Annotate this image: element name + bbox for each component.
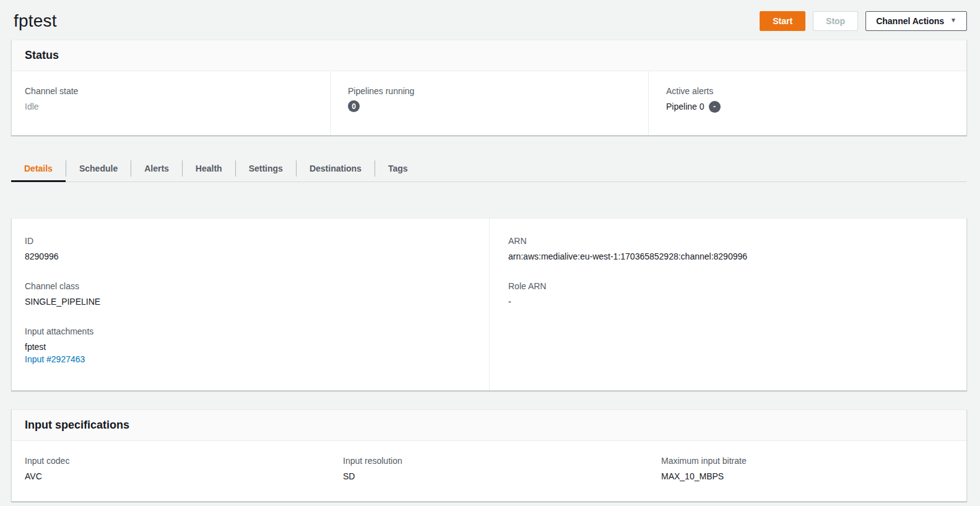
start-button[interactable]: Start — [760, 11, 805, 31]
active-alerts-badge: - — [709, 101, 721, 113]
status-card: Status Channel state Idle Pipelines runn… — [11, 40, 967, 136]
tab-settings[interactable]: Settings — [236, 155, 296, 182]
id-label: ID — [25, 235, 477, 247]
status-grid: Channel state Idle Pipelines running 0 A… — [12, 71, 966, 135]
input-specifications-card: Input specifications Input codec AVC Inp… — [11, 409, 967, 502]
tab-details[interactable]: Details — [11, 155, 66, 182]
pipelines-running-label: Pipelines running — [348, 85, 636, 97]
tab-schedule[interactable]: Schedule — [66, 155, 131, 182]
role-arn-label: Role ARN — [508, 280, 954, 292]
details-card: ID 8290996 Channel class SINGLE_PIPELINE… — [11, 218, 967, 391]
max-input-bitrate-label: Maximum input bitrate — [661, 455, 954, 467]
id-field: ID 8290996 — [25, 235, 477, 263]
pipelines-running-field: Pipelines running 0 — [330, 71, 648, 135]
id-value: 8290996 — [25, 250, 477, 263]
channel-actions-button[interactable]: Channel Actions ▼ — [865, 11, 967, 31]
role-arn-field: Role ARN - — [508, 280, 954, 308]
input-codec-field: Input codec AVC — [12, 441, 330, 501]
channel-class-field: Channel class SINGLE_PIPELINE — [25, 280, 477, 308]
input-attachments-label: Input attachments — [25, 325, 477, 338]
input-codec-label: Input codec — [25, 455, 318, 467]
channel-class-label: Channel class — [25, 280, 477, 292]
status-card-title: Status — [25, 49, 953, 62]
page-title: fptest — [14, 11, 57, 31]
details-right-column: ARN arn:aws:medialive:eu-west-1:17036585… — [489, 219, 966, 390]
input-specifications-header: Input specifications — [12, 410, 966, 441]
page-header: fptest Start Stop Channel Actions ▼ — [0, 0, 980, 40]
caret-down-icon: ▼ — [950, 15, 956, 26]
pipelines-running-badge: 0 — [348, 100, 360, 112]
max-input-bitrate-value: MAX_10_MBPS — [661, 470, 954, 482]
tab-health[interactable]: Health — [183, 155, 235, 182]
input-resolution-field: Input resolution SD — [330, 441, 648, 501]
arn-label: ARN — [508, 235, 954, 247]
channel-state-value: Idle — [25, 100, 318, 113]
details-grid: ID 8290996 Channel class SINGLE_PIPELINE… — [12, 219, 966, 390]
channel-class-value: SINGLE_PIPELINE — [25, 295, 477, 308]
stop-button[interactable]: Stop — [813, 11, 858, 31]
channel-actions-label: Channel Actions — [876, 15, 944, 27]
role-arn-value: - — [508, 295, 954, 308]
tab-bar: Details Schedule Alerts Health Settings … — [11, 155, 967, 182]
status-card-header: Status — [12, 40, 966, 71]
active-alerts-label: Active alerts — [666, 85, 954, 97]
input-resolution-value: SD — [343, 470, 636, 482]
input-link[interactable]: Input #2927463 — [25, 354, 85, 364]
input-attachments-field: Input attachments fptest Input #2927463 — [25, 325, 477, 365]
input-codec-value: AVC — [25, 470, 318, 482]
tab-destinations[interactable]: Destinations — [297, 155, 375, 182]
input-specifications-title: Input specifications — [25, 419, 953, 432]
active-alerts-value: Pipeline 0 — [666, 100, 705, 113]
tab-tags[interactable]: Tags — [375, 155, 421, 182]
header-actions: Start Stop Channel Actions ▼ — [760, 11, 967, 31]
tab-alerts[interactable]: Alerts — [131, 155, 182, 182]
details-left-column: ID 8290996 Channel class SINGLE_PIPELINE… — [12, 219, 489, 390]
input-resolution-label: Input resolution — [343, 455, 636, 467]
input-specifications-grid: Input codec AVC Input resolution SD Maxi… — [12, 441, 966, 501]
channel-state-field: Channel state Idle — [12, 71, 330, 135]
input-attachments-value: fptest — [25, 341, 477, 353]
channel-state-label: Channel state — [25, 85, 318, 97]
active-alerts-field: Active alerts Pipeline 0 - — [648, 71, 966, 135]
arn-field: ARN arn:aws:medialive:eu-west-1:17036585… — [508, 235, 954, 263]
max-input-bitrate-field: Maximum input bitrate MAX_10_MBPS — [648, 441, 966, 501]
arn-value: arn:aws:medialive:eu-west-1:170365852928… — [508, 250, 954, 263]
